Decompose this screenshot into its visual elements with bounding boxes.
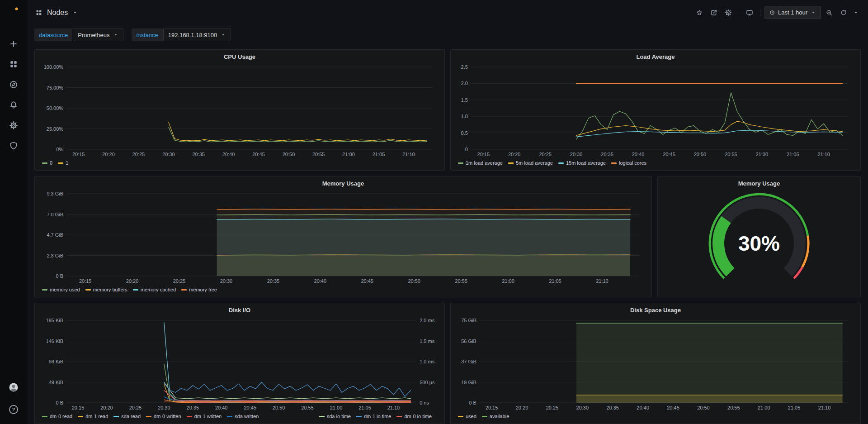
y-axis-label: 1.5 bbox=[461, 97, 468, 103]
x-axis-label: 21:00 bbox=[502, 278, 514, 284]
sidebar-item-configuration[interactable] bbox=[5, 117, 23, 133]
y-axis-label: 0% bbox=[56, 147, 63, 152]
dashboard-grid: CPU Usage 0%25.00%50.00%75.00%100.00%20:… bbox=[27, 47, 868, 424]
legend-item[interactable]: dm-1 io time bbox=[356, 414, 392, 419]
apps-icon bbox=[35, 9, 42, 16]
legend-item[interactable]: sda written bbox=[227, 414, 259, 419]
panel-load-average: Load Average 00.51.01.52.02.520:1520:202… bbox=[450, 49, 861, 171]
variable-value-datasource[interactable]: Prometheus bbox=[73, 29, 123, 41]
dashboard-row: Disk I/O 0 B49 KiB98 KiB146 KiB195 KiB0 … bbox=[34, 303, 861, 424]
sidebar-nav bbox=[5, 36, 23, 154]
panel-title[interactable]: Memory Usage bbox=[663, 178, 855, 189]
legend-label: dm-0 io time bbox=[404, 414, 432, 419]
legend-item[interactable]: dm-0 read bbox=[42, 414, 72, 419]
legend-swatch bbox=[319, 416, 325, 417]
gear-icon bbox=[725, 9, 732, 16]
refresh-icon bbox=[840, 9, 847, 16]
legend-item[interactable]: 0 bbox=[42, 160, 52, 166]
legend-item[interactable]: 1m load average bbox=[458, 160, 503, 166]
legend-label: sda io time bbox=[327, 414, 351, 419]
legend-item[interactable]: 1 bbox=[58, 160, 68, 166]
legend-item[interactable]: dm-0 written bbox=[146, 414, 181, 419]
x-axis-label: 21:05 bbox=[359, 405, 371, 410]
y-axis-label: 75.00% bbox=[47, 85, 64, 91]
legend-item[interactable]: memory free bbox=[181, 287, 217, 292]
star-button[interactable] bbox=[693, 6, 706, 19]
load-average-chart[interactable]: 00.51.01.52.02.520:1520:2020:2520:3020:3… bbox=[456, 62, 855, 158]
legend-item[interactable]: sda io time bbox=[319, 414, 351, 419]
memory-usage-chart[interactable]: 0 B2.3 GiB4.7 GiB7.0 GiB9.3 GiB20:1520:2… bbox=[40, 189, 646, 285]
legend-item[interactable]: dm-0 io time bbox=[396, 414, 432, 419]
legend-item[interactable]: available bbox=[482, 414, 509, 419]
legend-item[interactable]: logical cores bbox=[611, 160, 646, 166]
bell-icon bbox=[9, 100, 18, 110]
top-navbar: Nodes Last 1 hour bbox=[27, 0, 868, 25]
legend-label: 1m load average bbox=[466, 160, 503, 166]
legend-swatch bbox=[187, 416, 192, 417]
legend-item[interactable]: used bbox=[458, 414, 476, 419]
refresh-interval-button[interactable] bbox=[852, 6, 860, 19]
time-range-picker[interactable]: Last 1 hour bbox=[764, 6, 821, 19]
panel-title[interactable]: Memory Usage bbox=[40, 178, 646, 189]
legend-item[interactable]: dm-1 read bbox=[78, 414, 108, 419]
panel-title[interactable]: Disk Space Usage bbox=[456, 305, 855, 316]
chart-container: 0 B49 KiB98 KiB146 KiB195 KiB0 ns500 µs1… bbox=[40, 316, 439, 412]
dashboard-settings-button[interactable] bbox=[722, 6, 735, 19]
sidebar-item-dashboards[interactable] bbox=[5, 56, 23, 72]
sidebar-item-help[interactable] bbox=[5, 401, 23, 418]
sidebar-item-create[interactable] bbox=[5, 36, 23, 52]
y-axis-label: 37 GiB bbox=[461, 359, 476, 364]
series-line bbox=[164, 402, 411, 402]
legend-item[interactable]: memory used bbox=[42, 287, 80, 292]
panel-title[interactable]: CPU Usage bbox=[40, 52, 439, 62]
grafana-logo[interactable] bbox=[0, 0, 27, 25]
disk-space-usage-chart[interactable]: 0 B19 GiB37 GiB56 GiB75 GiB20:1520:2020:… bbox=[456, 316, 855, 412]
legend-item[interactable]: memory cached bbox=[133, 287, 176, 292]
dashboard-title-button[interactable]: Nodes bbox=[35, 9, 78, 17]
zoom-out-button[interactable] bbox=[823, 6, 835, 19]
sidebar-item-explore[interactable] bbox=[5, 76, 23, 93]
chart-container: 0 B2.3 GiB4.7 GiB7.0 GiB9.3 GiB20:1520:2… bbox=[40, 189, 646, 285]
legend-swatch bbox=[146, 416, 151, 417]
x-axis-label: 20:25 bbox=[539, 152, 552, 157]
legend-swatch bbox=[482, 416, 487, 417]
x-axis-label: 20:20 bbox=[102, 152, 115, 157]
sidebar-item-server-admin[interactable] bbox=[5, 138, 23, 154]
x-axis-label: 20:15 bbox=[486, 405, 498, 410]
x-axis-label: 20:15 bbox=[72, 152, 85, 157]
variable-value-instance[interactable]: 192.168.1.18:9100 bbox=[163, 29, 231, 41]
legend-label: 15m load average bbox=[566, 160, 606, 166]
panel-memory-usage: Memory Usage 0 B2.3 GiB4.7 GiB7.0 GiB9.3… bbox=[34, 176, 652, 297]
user-icon bbox=[8, 382, 19, 393]
legend-swatch bbox=[458, 416, 463, 417]
panel-disk-space-usage: Disk Space Usage 0 B19 GiB37 GiB56 GiB75… bbox=[450, 303, 861, 424]
disk-io-chart[interactable]: 0 B49 KiB98 KiB146 KiB195 KiB0 ns500 µs1… bbox=[40, 316, 439, 412]
refresh-button[interactable] bbox=[837, 6, 850, 19]
chart-container: 0 B19 GiB37 GiB56 GiB75 GiB20:1520:2020:… bbox=[456, 316, 855, 412]
legend-item[interactable]: 15m load average bbox=[558, 160, 606, 166]
y-axis-label: 56 GiB bbox=[461, 338, 476, 344]
legend-label: dm-1 read bbox=[85, 414, 108, 419]
legend-item[interactable]: dm-1 written bbox=[187, 414, 222, 419]
x-axis-label: 20:25 bbox=[546, 405, 559, 410]
user-avatar[interactable] bbox=[5, 379, 23, 395]
legend-swatch bbox=[356, 416, 362, 417]
legend-item[interactable]: memory buffers bbox=[85, 287, 127, 292]
legend-item[interactable]: sda read bbox=[113, 414, 141, 419]
legend-item[interactable]: 5m load average bbox=[508, 160, 553, 166]
panel-title[interactable]: Disk I/O bbox=[40, 305, 439, 316]
x-axis-label: 20:20 bbox=[516, 405, 528, 410]
cycle-view-button[interactable] bbox=[743, 6, 756, 19]
sidebar-item-alerting[interactable] bbox=[5, 97, 23, 113]
legend-swatch bbox=[133, 289, 138, 291]
grafana-app: Nodes Last 1 hour bbox=[0, 0, 868, 424]
chevron-down-icon bbox=[221, 32, 226, 38]
y-axis-label: 50.00% bbox=[47, 105, 64, 111]
panel-title[interactable]: Load Average bbox=[456, 52, 855, 62]
share-button[interactable] bbox=[708, 6, 720, 19]
clock-icon bbox=[769, 10, 775, 15]
cpu-usage-chart[interactable]: 0%25.00%50.00%75.00%100.00%20:1520:2020:… bbox=[40, 62, 439, 158]
legend-swatch bbox=[396, 416, 402, 417]
memory-usage-gauge[interactable]: 30% bbox=[663, 189, 855, 294]
legend-swatch bbox=[58, 162, 63, 164]
